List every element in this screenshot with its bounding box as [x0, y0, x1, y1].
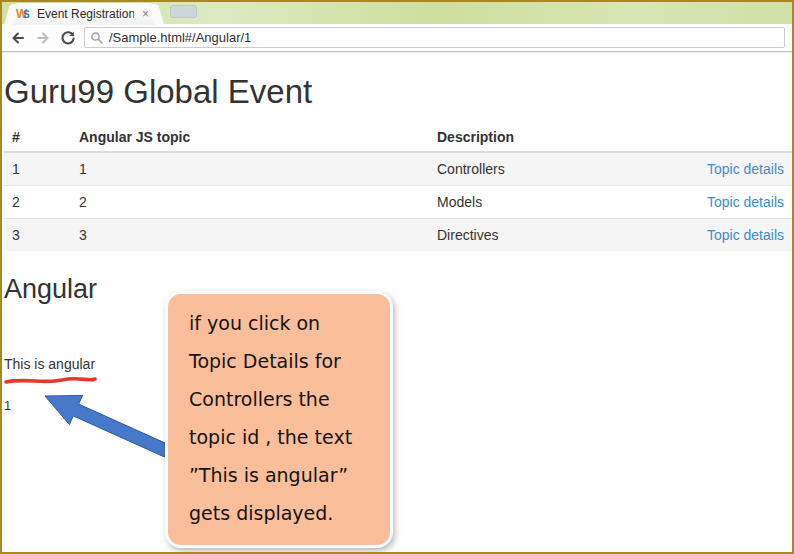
forward-button[interactable]: [34, 29, 52, 47]
table-header-row: # Angular JS topic Description: [4, 123, 792, 152]
header-num: #: [4, 123, 71, 152]
annotation-callout: if you click on Topic Details for Contro…: [165, 291, 393, 548]
annotation-arrow-icon: [30, 382, 180, 467]
header-description: Description: [429, 123, 672, 152]
row-topic-cell: 1: [71, 152, 429, 186]
detail-text: This is angular: [4, 356, 792, 372]
tab-title: Event Registration: [37, 7, 134, 21]
tab-bar: W S Event Registration ×: [2, 2, 792, 24]
header-link: [672, 123, 792, 152]
back-icon: [10, 30, 26, 46]
url-text: /Sample.html#/Angular/1: [109, 30, 251, 45]
row-num-cell: 1: [4, 152, 71, 186]
callout-line: Controllers the: [189, 380, 386, 418]
new-tab-button[interactable]: [170, 5, 197, 18]
reload-icon: [60, 30, 76, 46]
table-row: 3 3 Directives Topic details: [4, 219, 792, 252]
callout-line: Topic Details for: [189, 342, 386, 380]
browser-tab[interactable]: W S Event Registration ×: [12, 3, 156, 24]
row-topic-cell: 2: [71, 186, 429, 219]
callout-line: topic id , the text: [189, 418, 386, 456]
favicon-letter-s: S: [23, 8, 30, 21]
search-icon: [90, 31, 104, 45]
topic-details-link[interactable]: Topic details: [707, 194, 784, 210]
callout-line: if you click on: [189, 304, 386, 342]
page-title: Guru99 Global Event: [4, 73, 792, 111]
topic-details-link[interactable]: Topic details: [707, 161, 784, 177]
page-content: Guru99 Global Event # Angular JS topic D…: [2, 73, 792, 413]
header-topic: Angular JS topic: [71, 123, 429, 152]
row-topic-cell: 3: [71, 219, 429, 252]
row-num-cell: 2: [4, 186, 71, 219]
reload-button[interactable]: [59, 29, 77, 47]
callout-line: ”This is angular”: [189, 456, 386, 494]
browser-window: W S Event Registration ×: [0, 0, 794, 554]
table-row: 1 1 Controllers Topic details: [4, 152, 792, 186]
row-description-cell: Models: [429, 186, 672, 219]
back-button[interactable]: [9, 29, 27, 47]
row-num-cell: 3: [4, 219, 71, 252]
row-description-cell: Directives: [429, 219, 672, 252]
row-description-cell: Controllers: [429, 152, 672, 186]
forward-icon: [35, 30, 51, 46]
site-favicon-icon: W S: [16, 7, 32, 21]
callout-line: gets displayed.: [189, 494, 386, 532]
topics-table: # Angular JS topic Description 1 1 Contr…: [4, 123, 792, 251]
address-bar[interactable]: /Sample.html#/Angular/1: [84, 27, 785, 48]
close-icon[interactable]: ×: [139, 7, 152, 21]
topic-details-link[interactable]: Topic details: [707, 227, 784, 243]
section-title: Angular: [4, 274, 792, 304]
table-row: 2 2 Models Topic details: [4, 186, 792, 219]
browser-toolbar: /Sample.html#/Angular/1: [2, 24, 792, 52]
